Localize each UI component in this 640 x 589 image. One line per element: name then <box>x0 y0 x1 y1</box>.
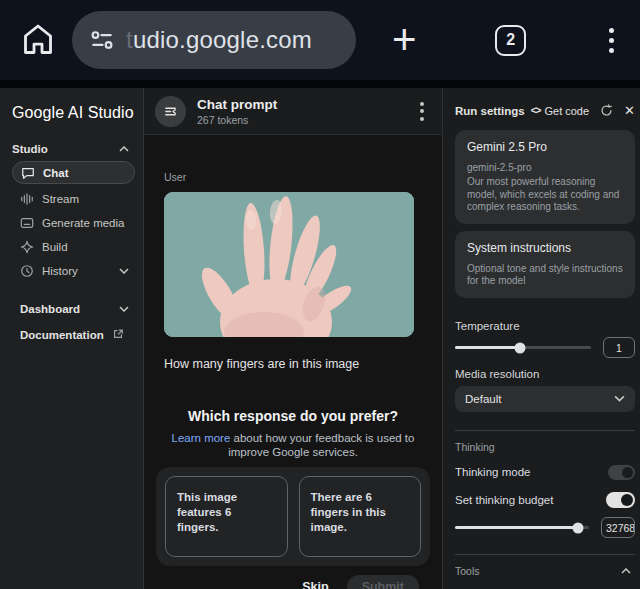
reset-settings-icon[interactable] <box>600 104 613 117</box>
sidebar-section-studio[interactable]: Studio <box>12 143 137 155</box>
url-text: tudio.google.com <box>126 26 312 54</box>
chat-header: Chat prompt 267 tokens <box>144 88 442 135</box>
section-divider <box>455 554 635 555</box>
response-preference-block: Which response do you prefer? Learn more… <box>144 408 442 589</box>
token-count: 267 tokens <box>197 114 277 126</box>
thinking-section-label: Thinking <box>455 441 635 453</box>
chevron-down-icon <box>119 268 129 274</box>
browser-menu-icon[interactable] <box>605 24 618 57</box>
preference-caption: Learn more about how your feedback is us… <box>152 431 434 459</box>
submit-button[interactable]: Submit <box>347 575 419 589</box>
temperature-slider[interactable] <box>455 346 591 349</box>
thinking-budget-toggle[interactable] <box>606 492 635 508</box>
address-bar[interactable]: tudio.google.com <box>72 11 356 69</box>
media-resolution-select[interactable]: Default <box>455 386 635 412</box>
thinking-mode-toggle[interactable] <box>608 465 635 480</box>
chat-icon <box>21 166 35 180</box>
close-icon[interactable]: ✕ <box>624 103 635 118</box>
thinking-mode-label: Thinking mode <box>455 466 530 478</box>
tab-switcher[interactable]: 2 <box>495 25 526 56</box>
stream-icon <box>20 192 34 206</box>
model-selector-card[interactable]: Gemini 2.5 Pro gemini-2.5-pro Our most p… <box>455 130 635 224</box>
build-icon <box>20 240 34 254</box>
run-settings-panel: Run settings <> Get code ✕ Gemini 2.5 Pr… <box>442 88 640 589</box>
site-settings-icon[interactable] <box>90 30 114 50</box>
section-divider <box>455 430 635 431</box>
response-option-b[interactable]: There are 6 fingers in this image. <box>299 476 422 557</box>
thinking-budget-slider-thumb[interactable] <box>573 522 584 533</box>
attached-hand-image[interactable] <box>164 192 414 337</box>
system-instructions-description: Optional tone and style instructions for… <box>467 263 623 288</box>
sidebar-item-stream[interactable]: Stream <box>12 187 137 211</box>
temperature-value[interactable]: 1 <box>603 337 635 358</box>
external-link-icon <box>112 328 126 342</box>
chat-title: Chat prompt <box>197 97 277 112</box>
new-tab-icon[interactable]: + <box>392 20 417 60</box>
toolbar-divider <box>0 80 640 88</box>
chat-transcript: User <box>144 135 442 589</box>
sidebar: Google AI Studio Studio Chat Stream <box>0 88 144 589</box>
user-turn-label: User <box>164 171 442 183</box>
model-id: gemini-2.5-pro <box>467 161 623 174</box>
chevron-up-icon <box>119 146 129 152</box>
sidebar-item-history[interactable]: History <box>12 259 137 283</box>
media-resolution-label: Media resolution <box>455 368 635 380</box>
media-icon <box>20 216 34 230</box>
sidebar-item-build[interactable]: Build <box>12 235 137 259</box>
response-option-a[interactable]: This image features 6 fingers. <box>165 476 288 557</box>
sidebar-item-dashboard[interactable]: Dashboard <box>12 297 137 321</box>
app-screen: tudio.google.com + 2 Google AI Studio St… <box>0 0 640 589</box>
learn-more-link[interactable]: Learn more <box>172 432 231 444</box>
chevron-down-icon <box>119 306 129 312</box>
chevron-up-icon[interactable] <box>621 568 631 574</box>
temperature-label: Temperature <box>455 320 635 332</box>
chat-menu-icon[interactable] <box>416 98 428 125</box>
preference-options: This image features 6 fingers. There are… <box>156 467 430 566</box>
skip-button[interactable]: Skip <box>302 580 328 589</box>
prompt-text: How many fingers are in this image <box>164 357 442 371</box>
model-description: Our most powerful reasoning model, which… <box>467 176 623 214</box>
thinking-budget-slider[interactable] <box>455 526 589 529</box>
system-instructions-card[interactable]: System instructions Optional tone and st… <box>455 231 635 298</box>
system-instructions-title: System instructions <box>467 241 623 255</box>
home-icon[interactable] <box>18 20 58 60</box>
thinking-budget-value[interactable]: 32768 <box>601 517 635 538</box>
run-settings-title: Run settings <box>455 105 525 117</box>
chevron-down-icon <box>614 395 625 402</box>
thinking-budget-label: Set thinking budget <box>455 494 553 506</box>
get-code-button[interactable]: <> Get code <box>531 105 589 117</box>
sidebar-item-generate-media[interactable]: Generate media <box>12 211 137 235</box>
preference-title: Which response do you prefer? <box>144 408 442 424</box>
collapse-panel-icon[interactable] <box>155 96 186 127</box>
sidebar-item-chat[interactable]: Chat <box>12 161 135 184</box>
app-logo[interactable]: Google AI Studio <box>12 104 137 122</box>
sidebar-item-documentation[interactable]: Documentation <box>12 323 137 347</box>
code-icon: <> <box>531 105 541 116</box>
browser-actions: + 2 <box>392 20 618 60</box>
history-icon <box>20 264 34 278</box>
browser-toolbar: tudio.google.com + 2 <box>0 0 640 80</box>
model-name: Gemini 2.5 Pro <box>467 140 623 154</box>
temperature-slider-thumb[interactable] <box>515 342 526 353</box>
main-panel: Chat prompt 267 tokens User <box>144 88 442 589</box>
tools-section-label: Tools <box>455 565 635 577</box>
